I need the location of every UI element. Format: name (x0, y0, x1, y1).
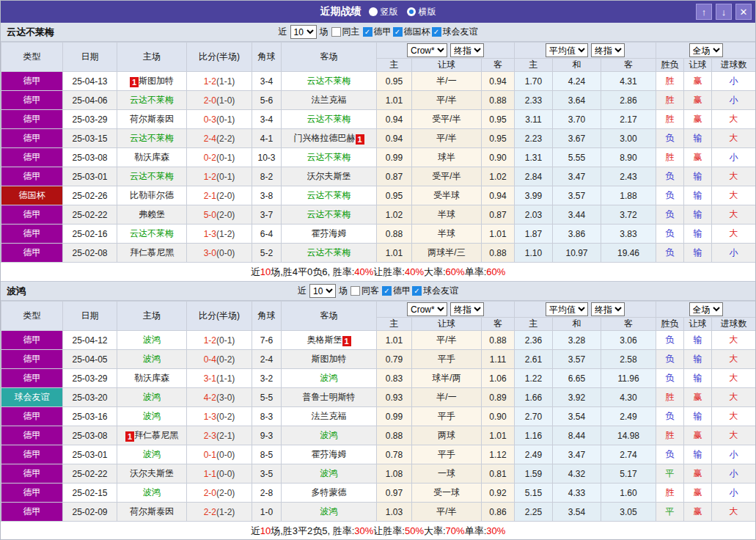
fulltime-select[interactable]: 全场 (689, 43, 723, 57)
final-average-select[interactable]: 终指 (591, 302, 625, 316)
corner-cell: 8-3 (252, 407, 282, 426)
avg-away-cell: 3.83 (601, 225, 656, 244)
league-checkbox[interactable]: ✓ (393, 27, 403, 37)
date-cell: 25-04-13 (63, 72, 117, 91)
summary-segment: 场,胜4平0负6, 胜率: (271, 266, 354, 279)
home-team-cell: 波鸿 (117, 388, 187, 407)
score-cell: 1-3(1-2) (187, 225, 252, 244)
sub-header-cell: 客 (482, 59, 515, 72)
close-button[interactable]: ✕ (735, 4, 752, 20)
team-label: 波鸿 (143, 411, 161, 421)
average-select[interactable]: 平均值 (546, 302, 588, 316)
odds-group-header: Crow*终指 (377, 302, 515, 318)
match-row: 德甲25-04-06云达不莱梅2-0(1-0)5-6法兰克福1.01平/半0.8… (1, 91, 756, 110)
result-goals-cell: 大 (712, 110, 756, 129)
league-filter-label: 德甲 (374, 26, 392, 38)
red-card-icon: 1 (125, 431, 134, 442)
result-handicap-cell: 输 (684, 186, 712, 205)
score-cell: 5-0(2-0) (187, 205, 252, 225)
sub-header-cell: 让球 (684, 59, 712, 72)
odds-home-cell: 1.01 (377, 244, 412, 263)
avg-away-cell: 3.06 (601, 331, 656, 350)
match-row: 德甲25-02-08拜仁慕尼黑3-0(0-0)5-2云达不莱梅1.01两球半/三… (1, 244, 756, 263)
odds-home-cell: 0.95 (377, 72, 412, 91)
same-venue-checkbox[interactable] (331, 27, 341, 37)
result-outcome-cell: 平 (656, 503, 684, 522)
matches-table: 类型 日期 主场 比分(半场) 角球 客场 Crow*终指 平均值终指 全场 (1, 42, 756, 263)
odds-home-cell: 0.94 (377, 129, 412, 148)
avg-draw-cell: 3.57 (553, 350, 601, 369)
league-checkbox[interactable]: ✓ (432, 27, 441, 37)
score-cell: 1-2(1-1) (187, 72, 252, 91)
result-handicap-cell: 赢 (684, 110, 712, 129)
match-count-select[interactable]: 10 (290, 25, 317, 39)
fulltime-select[interactable]: 全场 (689, 302, 723, 316)
odds-source-select[interactable]: Crow* (407, 302, 447, 316)
league-checkbox[interactable]: ✓ (382, 286, 392, 296)
odds-home-cell: 0.97 (377, 484, 412, 503)
league-checkbox[interactable]: ✓ (412, 286, 422, 296)
odds-away-cell: 0.95 (482, 110, 515, 129)
col-header-corner: 角球 (252, 43, 282, 72)
odds-away-cell: 1.01 (482, 426, 515, 445)
same-venue-filter[interactable]: 同主 (331, 26, 360, 38)
radio-horizontal-layout[interactable]: 横版 (407, 6, 436, 18)
league-filter[interactable]: ✓德甲 (382, 285, 411, 297)
avg-draw-cell: 3.54 (553, 503, 601, 522)
final-odds-select[interactable]: 终指 (450, 43, 484, 57)
match-row: 德甲25-04-12波鸿1-2(0-1)7-6奥格斯堡11.01平/半0.882… (1, 331, 756, 350)
result-outcome-cell: 负 (656, 167, 684, 186)
radio-button-icon[interactable] (407, 7, 416, 16)
result-handicap-cell: 输 (684, 407, 712, 426)
radio-vertical-layout[interactable]: 竖版 (369, 6, 398, 18)
match-count-select[interactable]: 10 (309, 284, 336, 298)
odds-home-cell: 0.94 (377, 110, 412, 129)
sub-header-cell: 让球 (412, 318, 482, 331)
avg-home-cell: 2.61 (515, 350, 553, 369)
date-cell: 25-03-08 (63, 148, 117, 167)
avg-away-cell: 1.88 (601, 186, 656, 205)
date-cell: 25-03-01 (63, 445, 117, 464)
away-team-cell: 普鲁士明斯特 (282, 388, 377, 407)
league-checkbox[interactable]: ✓ (363, 27, 373, 37)
halftime-score: (1-0) (216, 95, 235, 106)
fulltime-score: 4-2 (204, 393, 216, 403)
team-label: 霍芬海姆 (312, 228, 347, 238)
fulltime-score: 1-1 (204, 469, 216, 479)
away-team-cell: 云达不莱梅 (282, 110, 377, 129)
final-average-select[interactable]: 终指 (591, 43, 625, 57)
same-venue-filter[interactable]: 同客 (351, 285, 379, 297)
result-goals-cell: 大 (712, 225, 756, 244)
fulltime-group-header: 全场 (656, 302, 756, 318)
odds-home-cell: 1.08 (377, 464, 412, 484)
league-filter[interactable]: ✓德甲 (363, 26, 392, 38)
odds-away-cell: 1.11 (482, 350, 515, 369)
league-filter[interactable]: ✓德国杯 (393, 26, 430, 38)
avg-draw-cell: 3.86 (553, 225, 601, 244)
result-handicap-cell: 输 (684, 244, 712, 263)
average-select[interactable]: 平均值 (546, 43, 588, 57)
same-venue-checkbox[interactable] (351, 286, 360, 296)
home-team-cell: 荷尔斯泰因 (117, 110, 187, 129)
corner-cell: 3-8 (252, 186, 282, 205)
move-up-button[interactable]: ↑ (696, 4, 712, 20)
summary-segment: 50% (405, 525, 424, 536)
fulltime-score: 0-4 (204, 354, 216, 365)
avg-away-cell: 8.90 (601, 148, 656, 167)
handicap-cell: 平手 (412, 350, 482, 369)
league-filter[interactable]: ✓球会友谊 (412, 285, 458, 297)
arrow-up-icon: ↑ (702, 7, 707, 18)
corner-cell: 1-0 (252, 503, 282, 522)
radio-button-icon[interactable] (369, 7, 378, 16)
match-row: 球会友谊25-03-20波鸿4-2(3-0)5-5普鲁士明斯特0.93半/一0.… (1, 388, 756, 407)
match-row: 德甲25-02-22沃尔夫斯堡1-1(0-0)3-5波鸿1.08一球0.811.… (1, 464, 756, 484)
league-filter[interactable]: ✓球会友谊 (432, 26, 478, 38)
odds-source-select[interactable]: Crow* (407, 43, 447, 57)
final-odds-select[interactable]: 终指 (450, 302, 484, 316)
halftime-score: (0-1) (216, 172, 235, 182)
team-label: 比勒菲尔德 (130, 190, 174, 200)
result-outcome-cell: 胜 (656, 426, 684, 445)
move-down-button[interactable]: ↓ (716, 4, 732, 20)
league-filter-label: 德国杯 (404, 26, 430, 38)
handicap-cell: 两球 (412, 426, 482, 445)
